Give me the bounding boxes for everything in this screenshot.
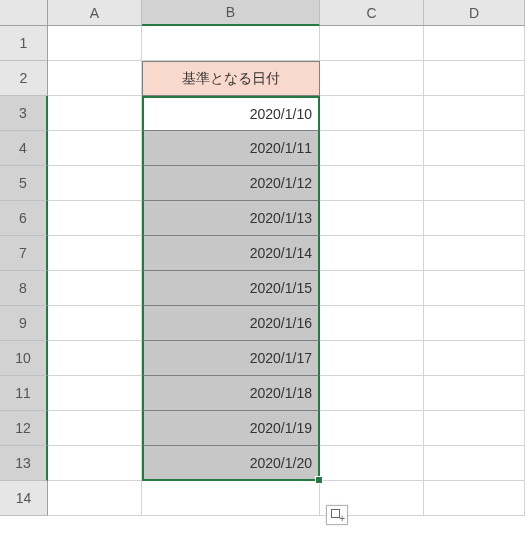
row-header-6[interactable]: 6 [0, 201, 48, 236]
cell-b9[interactable]: 2020/1/16 [142, 306, 320, 341]
cell-c7[interactable] [320, 236, 424, 271]
cell-d7[interactable] [424, 236, 525, 271]
row-header-10[interactable]: 10 [0, 341, 48, 376]
row-header-13[interactable]: 13 [0, 446, 48, 481]
col-header-a[interactable]: A [48, 0, 142, 26]
cell-c13[interactable] [320, 446, 424, 481]
autofill-options-button[interactable] [326, 505, 348, 525]
row-header-7[interactable]: 7 [0, 236, 48, 271]
cell-d5[interactable] [424, 166, 525, 201]
cell-c9[interactable] [320, 306, 424, 341]
cell-d9[interactable] [424, 306, 525, 341]
cell-d1[interactable] [424, 26, 525, 61]
cell-b12[interactable]: 2020/1/19 [142, 411, 320, 446]
col-header-d[interactable]: D [424, 0, 525, 26]
cell-a11[interactable] [48, 376, 142, 411]
cell-a13[interactable] [48, 446, 142, 481]
select-all-corner[interactable] [0, 0, 48, 26]
cell-b13[interactable]: 2020/1/20 [142, 446, 320, 481]
row-header-11[interactable]: 11 [0, 376, 48, 411]
cell-d4[interactable] [424, 131, 525, 166]
cell-d12[interactable] [424, 411, 525, 446]
cell-b6[interactable]: 2020/1/13 [142, 201, 320, 236]
row-header-5[interactable]: 5 [0, 166, 48, 201]
cell-c2[interactable] [320, 61, 424, 96]
cell-c1[interactable] [320, 26, 424, 61]
cell-d14[interactable] [424, 481, 525, 516]
cell-a14[interactable] [48, 481, 142, 516]
cell-a10[interactable] [48, 341, 142, 376]
row-header-14[interactable]: 14 [0, 481, 48, 516]
cell-a9[interactable] [48, 306, 142, 341]
spreadsheet-grid: A B C D 1 2 基準となる日付 3 2020/1/10 4 2020/1… [0, 0, 527, 516]
row-header-8[interactable]: 8 [0, 271, 48, 306]
cell-c10[interactable] [320, 341, 424, 376]
cell-b5[interactable]: 2020/1/12 [142, 166, 320, 201]
cell-c4[interactable] [320, 131, 424, 166]
cell-b13-value: 2020/1/20 [250, 455, 312, 471]
cell-a2[interactable] [48, 61, 142, 96]
fill-handle[interactable] [315, 476, 323, 484]
cell-d10[interactable] [424, 341, 525, 376]
cell-a4[interactable] [48, 131, 142, 166]
row-header-3[interactable]: 3 [0, 96, 48, 131]
cell-b8[interactable]: 2020/1/15 [142, 271, 320, 306]
cell-b11[interactable]: 2020/1/18 [142, 376, 320, 411]
cell-a6[interactable] [48, 201, 142, 236]
cell-c5[interactable] [320, 166, 424, 201]
cell-c8[interactable] [320, 271, 424, 306]
cell-d6[interactable] [424, 201, 525, 236]
row-header-9[interactable]: 9 [0, 306, 48, 341]
cell-b3[interactable]: 2020/1/10 [142, 96, 320, 131]
cell-d11[interactable] [424, 376, 525, 411]
autofill-options-icon [331, 509, 343, 521]
cell-a3[interactable] [48, 96, 142, 131]
cell-c11[interactable] [320, 376, 424, 411]
cell-c12[interactable] [320, 411, 424, 446]
cell-a7[interactable] [48, 236, 142, 271]
col-header-b[interactable]: B [142, 0, 320, 26]
cell-c6[interactable] [320, 201, 424, 236]
row-header-1[interactable]: 1 [0, 26, 48, 61]
row-header-4[interactable]: 4 [0, 131, 48, 166]
cell-b14[interactable] [142, 481, 320, 516]
cell-d3[interactable] [424, 96, 525, 131]
cell-c3[interactable] [320, 96, 424, 131]
cell-b7[interactable]: 2020/1/14 [142, 236, 320, 271]
cell-a8[interactable] [48, 271, 142, 306]
row-header-12[interactable]: 12 [0, 411, 48, 446]
cell-b4[interactable]: 2020/1/11 [142, 131, 320, 166]
cell-b2[interactable]: 基準となる日付 [142, 61, 320, 96]
row-header-2[interactable]: 2 [0, 61, 48, 96]
cell-d2[interactable] [424, 61, 525, 96]
cell-d8[interactable] [424, 271, 525, 306]
cell-a5[interactable] [48, 166, 142, 201]
cell-a12[interactable] [48, 411, 142, 446]
col-header-c[interactable]: C [320, 0, 424, 26]
cell-b10[interactable]: 2020/1/17 [142, 341, 320, 376]
cell-b1[interactable] [142, 26, 320, 61]
cell-d13[interactable] [424, 446, 525, 481]
cell-a1[interactable] [48, 26, 142, 61]
